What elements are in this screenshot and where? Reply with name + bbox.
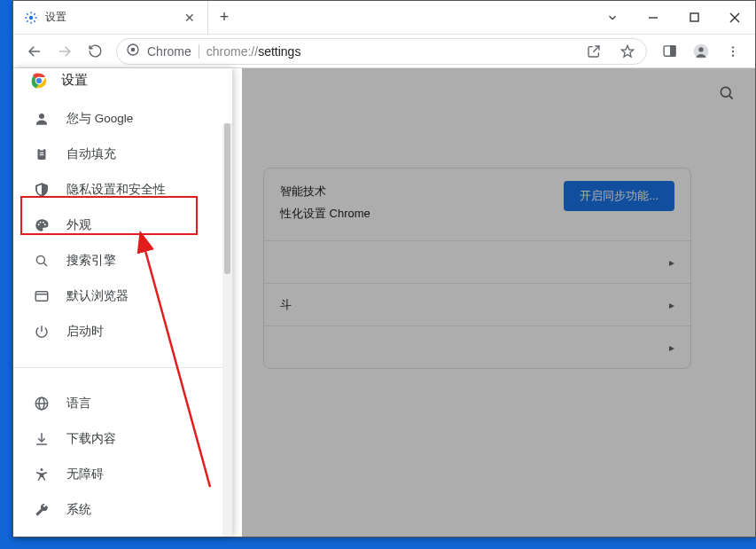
reload-button[interactable] bbox=[82, 39, 107, 64]
sidebar-item-label: 外观 bbox=[66, 217, 91, 233]
svg-point-8 bbox=[131, 48, 136, 52]
svg-point-14 bbox=[698, 47, 703, 51]
sidebar-item-person[interactable]: 您与 Google bbox=[13, 101, 232, 137]
palette-icon bbox=[33, 217, 51, 233]
svg-point-32 bbox=[36, 256, 44, 264]
svg-rect-34 bbox=[35, 292, 48, 302]
new-tab-button[interactable]: + bbox=[208, 1, 240, 34]
accessibility-icon bbox=[33, 467, 51, 482]
svg-point-29 bbox=[40, 222, 42, 224]
sidebar-list-top: 您与 Google自动填充隐私设置和安全性外观搜索引擎默认浏览器启动时 bbox=[13, 92, 232, 358]
content-area: 智能技术 性化设置 Chrome 开启同步功能... ▸ 斗▸ ▸ bbox=[13, 68, 755, 537]
svg-point-30 bbox=[43, 222, 44, 224]
url-path: chrome://settings bbox=[207, 44, 301, 59]
svg-line-33 bbox=[43, 263, 47, 267]
sidebar-item-download[interactable]: 下载内容 bbox=[13, 421, 232, 457]
sidebar-item-search[interactable]: 搜索引擎 bbox=[13, 243, 232, 278]
sidebar-scroll-thumb[interactable] bbox=[224, 123, 230, 274]
sidebar-item-palette[interactable]: 外观 bbox=[13, 208, 232, 243]
sidebar-item-globe[interactable]: 语言 bbox=[13, 386, 232, 421]
sidebar-item-clipboard[interactable]: 自动填充 bbox=[13, 137, 232, 172]
svg-point-31 bbox=[44, 224, 46, 226]
sidebar-item-label: 系统 bbox=[66, 502, 91, 518]
bookmark-star-icon[interactable] bbox=[614, 38, 641, 65]
sidebar-item-label: 自动填充 bbox=[66, 146, 116, 162]
globe-icon bbox=[33, 396, 51, 412]
sidebar-item-label: 语言 bbox=[66, 396, 91, 412]
chrome-logo-icon bbox=[29, 71, 49, 90]
svg-point-42 bbox=[41, 468, 43, 471]
sidebar-item-label: 搜索引擎 bbox=[66, 253, 116, 269]
tab-settings[interactable]: 设置 ✕ bbox=[13, 1, 208, 34]
person-icon bbox=[33, 111, 51, 127]
sidebar-item-power[interactable]: 启动时 bbox=[13, 314, 232, 349]
sidebar-item-label: 您与 Google bbox=[66, 111, 133, 127]
svg-point-23 bbox=[39, 114, 44, 119]
download-icon bbox=[33, 431, 51, 447]
back-button[interactable] bbox=[22, 39, 47, 64]
tab-close-button[interactable]: ✕ bbox=[183, 11, 197, 25]
toolbar: Chrome chrome://settings bbox=[13, 35, 755, 68]
svg-point-16 bbox=[732, 50, 734, 51]
sidebar-header: 设置 bbox=[13, 68, 232, 92]
forward-button[interactable] bbox=[52, 39, 77, 64]
power-icon bbox=[33, 324, 51, 340]
svg-rect-2 bbox=[690, 13, 698, 21]
sidebar-item-label: 启动时 bbox=[66, 324, 104, 340]
tab-title: 设置 bbox=[45, 10, 175, 25]
browser-icon bbox=[33, 288, 51, 304]
menu-dots-icon[interactable] bbox=[720, 38, 746, 65]
share-icon[interactable] bbox=[581, 38, 607, 65]
sidebar-list-bottom: 语言下载内容无障碍系统 bbox=[13, 377, 232, 537]
gear-icon bbox=[24, 11, 38, 25]
side-panel-icon[interactable] bbox=[656, 38, 682, 65]
settings-sidebar: 设置 您与 Google自动填充隐私设置和安全性外观搜索引擎默认浏览器启动时 语… bbox=[13, 68, 232, 537]
url-prefix: Chrome bbox=[147, 44, 191, 59]
minimize-button[interactable] bbox=[633, 1, 674, 34]
sidebar-title: 设置 bbox=[61, 72, 88, 89]
search-icon bbox=[33, 253, 51, 269]
svg-rect-12 bbox=[670, 46, 674, 56]
chrome-badge-icon bbox=[126, 43, 140, 59]
svg-point-17 bbox=[732, 54, 734, 56]
sidebar-item-label: 隐私设置和安全性 bbox=[66, 182, 166, 198]
address-bar[interactable]: Chrome chrome://settings bbox=[116, 38, 647, 65]
wrench-icon bbox=[33, 502, 51, 518]
url-divider bbox=[199, 44, 199, 59]
browser-window: 设置 ✕ + bbox=[12, 0, 756, 537]
svg-marker-9 bbox=[621, 45, 633, 57]
svg-point-0 bbox=[29, 15, 33, 19]
chevron-down-icon[interactable] bbox=[592, 1, 633, 34]
maximize-button[interactable] bbox=[674, 1, 714, 34]
sidebar-item-wrench[interactable]: 系统 bbox=[13, 492, 232, 528]
sidebar-item-label: 无障碍 bbox=[66, 467, 104, 482]
sidebar-item-shield[interactable]: 隐私设置和安全性 bbox=[13, 172, 232, 208]
shield-icon bbox=[33, 182, 51, 198]
sidebar-scrollbar[interactable] bbox=[222, 123, 232, 537]
svg-rect-25 bbox=[40, 148, 44, 151]
clipboard-icon bbox=[33, 146, 51, 162]
window-controls bbox=[592, 1, 755, 34]
sidebar-item-accessibility[interactable]: 无障碍 bbox=[13, 457, 232, 492]
svg-rect-27 bbox=[40, 154, 44, 155]
svg-point-15 bbox=[732, 46, 734, 48]
sidebar-item-label: 默认浏览器 bbox=[66, 288, 129, 304]
sidebar-divider bbox=[13, 367, 232, 368]
close-window-button[interactable] bbox=[714, 1, 755, 34]
modal-dim-overlay[interactable] bbox=[242, 68, 755, 537]
titlebar: 设置 ✕ + bbox=[13, 1, 755, 35]
profile-avatar-icon[interactable] bbox=[688, 38, 714, 65]
svg-rect-26 bbox=[40, 153, 44, 153]
sidebar-item-label: 下载内容 bbox=[66, 431, 116, 447]
svg-point-28 bbox=[38, 224, 40, 226]
sidebar-item-browser[interactable]: 默认浏览器 bbox=[13, 278, 232, 314]
